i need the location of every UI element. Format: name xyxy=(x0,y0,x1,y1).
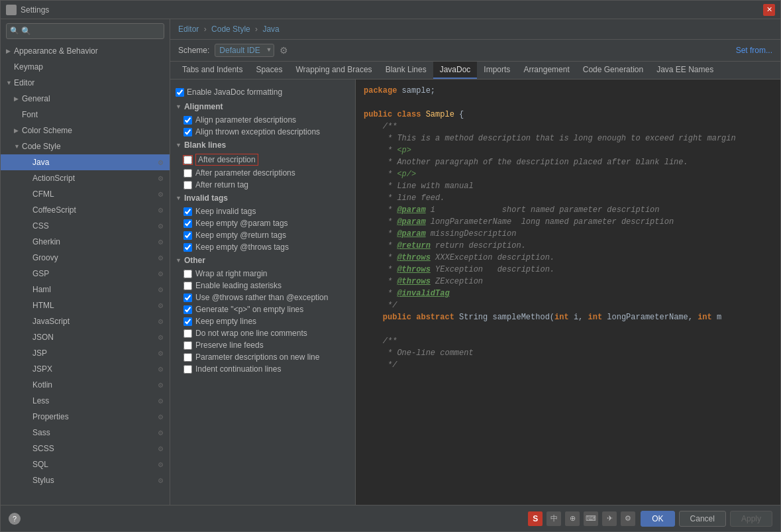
keep-invalid-checkbox[interactable] xyxy=(183,207,192,216)
sidebar-item-cfml[interactable]: CFML ⚙ xyxy=(1,186,170,202)
search-input[interactable] xyxy=(6,23,164,39)
icon-btn-1[interactable]: S xyxy=(528,511,543,526)
after-desc-row[interactable]: After description xyxy=(170,152,355,167)
blank-lines-section-header[interactable]: ▼ Blank lines xyxy=(170,138,355,152)
after-return-checkbox[interactable] xyxy=(183,181,192,189)
invalid-tags-section-header[interactable]: ▼ Invalid tags xyxy=(170,191,355,205)
scheme-gear-icon[interactable]: ⚙ xyxy=(280,45,288,56)
icon-btn-3[interactable]: ⊕ xyxy=(565,511,580,526)
sidebar-item-appearance[interactable]: ▶ Appearance & Behavior xyxy=(1,43,170,59)
gear-icon: ⚙ xyxy=(158,302,167,309)
sidebar-item-java[interactable]: Java ⚙ xyxy=(1,154,170,170)
sidebar-item-less[interactable]: Less ⚙ xyxy=(1,393,170,409)
sidebar-item-stylus[interactable]: Stylus ⚙ xyxy=(1,472,170,488)
param-new-line-checkbox[interactable] xyxy=(183,353,192,362)
leading-asterisks-checkbox[interactable] xyxy=(183,282,192,290)
tab-imports[interactable]: Imports xyxy=(477,62,517,79)
keep-empty-return-row[interactable]: Keep empty @return tags xyxy=(170,229,355,241)
scheme-bar: Scheme: Default IDE ▼ ⚙ Set from... xyxy=(170,40,780,62)
keep-empty-throws-checkbox[interactable] xyxy=(183,243,192,252)
after-return-row[interactable]: After return tag xyxy=(170,179,355,191)
indent-cont-row[interactable]: Indent continuation lines xyxy=(170,363,355,375)
keep-empty-param-row[interactable]: Keep empty @param tags xyxy=(170,217,355,229)
preserve-feeds-row[interactable]: Preserve line feeds xyxy=(170,339,355,351)
tab-java-ee[interactable]: Java EE Names xyxy=(650,62,720,79)
tab-spaces[interactable]: Spaces xyxy=(249,62,289,79)
leading-asterisks-row[interactable]: Enable leading asterisks xyxy=(170,280,355,292)
scheme-select[interactable]: Default IDE xyxy=(215,44,274,57)
sidebar-item-code-style[interactable]: ▼ Code Style xyxy=(1,138,170,154)
icon-btn-4[interactable]: ⌨ xyxy=(584,511,598,526)
keep-empty-param-checkbox[interactable] xyxy=(183,219,192,228)
close-button[interactable]: ✕ xyxy=(763,4,775,16)
no-wrap-one-row[interactable]: Do not wrap one line comments xyxy=(170,327,355,339)
alignment-section-header[interactable]: ▼ Alignment xyxy=(170,99,355,114)
sidebar-item-groovy[interactable]: Groovy ⚙ xyxy=(1,250,170,266)
keep-empty-return-checkbox[interactable] xyxy=(183,231,192,240)
sidebar-item-scss[interactable]: SCSS ⚙ xyxy=(1,441,170,456)
sidebar-item-html[interactable]: HTML ⚙ xyxy=(1,297,170,313)
wrap-right-checkbox[interactable] xyxy=(183,270,192,278)
collapse-arrow: ▼ xyxy=(176,103,182,110)
tab-arrangement[interactable]: Arrangement xyxy=(517,62,576,79)
tab-javadoc[interactable]: JavaDoc xyxy=(433,62,478,79)
param-new-line-row[interactable]: Parameter descriptions on new line xyxy=(170,351,355,363)
no-wrap-one-checkbox[interactable] xyxy=(183,329,192,338)
other-section-header[interactable]: ▼ Other xyxy=(170,253,355,268)
after-param-row[interactable]: After parameter descriptions xyxy=(170,167,355,179)
tab-wrapping[interactable]: Wrapping and Braces xyxy=(289,62,378,79)
after-desc-checkbox[interactable] xyxy=(183,156,192,164)
sidebar-item-gsp[interactable]: GSP ⚙ xyxy=(1,266,170,282)
sidebar-item-general[interactable]: ▶ General xyxy=(1,91,170,107)
sidebar-item-sql[interactable]: SQL ⚙ xyxy=(1,456,170,472)
sidebar-item-haml[interactable]: Haml ⚙ xyxy=(1,282,170,297)
indent-cont-checkbox[interactable] xyxy=(183,365,192,374)
section-label: Blank lines xyxy=(184,140,226,150)
gear-icon: ⚙ xyxy=(158,445,167,452)
tab-code-generation[interactable]: Code Generation xyxy=(576,62,650,79)
sidebar-item-coffeescript[interactable]: CoffeeScript ⚙ xyxy=(1,202,170,218)
sidebar-item-actionscript[interactable]: ActionScript ⚙ xyxy=(1,170,170,186)
keep-invalid-row[interactable]: Keep invalid tags xyxy=(170,205,355,217)
align-param-row[interactable]: Align parameter descriptions xyxy=(170,114,355,126)
preserve-feeds-checkbox[interactable] xyxy=(183,341,192,350)
cancel-button[interactable]: Cancel xyxy=(679,511,726,527)
apply-button[interactable]: Apply xyxy=(730,511,772,527)
use-throws-row[interactable]: Use @throws rather than @exception xyxy=(170,292,355,303)
sidebar-item-javascript[interactable]: JavaScript ⚙ xyxy=(1,313,170,329)
icon-btn-6[interactable]: ⚙ xyxy=(621,511,635,526)
align-param-checkbox[interactable] xyxy=(183,116,192,125)
sidebar-item-font[interactable]: Font xyxy=(1,107,170,123)
tab-blank-lines[interactable]: Blank Lines xyxy=(379,62,433,79)
ok-button[interactable]: OK xyxy=(641,511,674,527)
tab-tabs-indents[interactable]: Tabs and Indents xyxy=(176,62,249,79)
generate-p-checkbox[interactable] xyxy=(183,305,192,314)
icon-btn-5[interactable]: ✈ xyxy=(602,511,617,526)
keep-empty-lines-checkbox[interactable] xyxy=(183,317,192,326)
help-button[interactable]: ? xyxy=(9,513,21,525)
sidebar-item-jsp[interactable]: JSP ⚙ xyxy=(1,345,170,361)
sidebar-item-sass[interactable]: Sass ⚙ xyxy=(1,425,170,441)
align-throws-row[interactable]: Align thrown exception descriptions xyxy=(170,126,355,138)
enable-javadoc-checkbox[interactable] xyxy=(176,88,184,97)
sidebar-item-keymap[interactable]: Keymap xyxy=(1,59,170,75)
enable-javadoc-row[interactable]: Enable JavaDoc formatting xyxy=(170,85,355,99)
sidebar-item-jspx[interactable]: JSPX ⚙ xyxy=(1,361,170,377)
sidebar-item-gherkin[interactable]: Gherkin ⚙ xyxy=(1,234,170,250)
use-throws-checkbox[interactable] xyxy=(183,293,192,302)
sidebar-item-properties[interactable]: Properties ⚙ xyxy=(1,409,170,425)
set-from-link[interactable]: Set from... xyxy=(736,46,772,55)
sidebar: 🔍 ▶ Appearance & Behavior Keymap ▼ xyxy=(1,19,170,505)
keep-empty-throws-row[interactable]: Keep empty @throws tags xyxy=(170,241,355,253)
after-param-checkbox[interactable] xyxy=(183,169,192,178)
sidebar-item-editor[interactable]: ▼ Editor xyxy=(1,75,170,91)
keep-empty-lines-row[interactable]: Keep empty lines xyxy=(170,315,355,327)
generate-p-row[interactable]: Generate "<p>" on empty lines xyxy=(170,303,355,315)
sidebar-item-kotlin[interactable]: Kotlin ⚙ xyxy=(1,377,170,393)
sidebar-item-color-scheme[interactable]: ▶ Color Scheme xyxy=(1,123,170,138)
icon-btn-2[interactable]: 中 xyxy=(547,511,561,526)
sidebar-item-json[interactable]: JSON ⚙ xyxy=(1,329,170,345)
align-throws-checkbox[interactable] xyxy=(183,128,192,136)
wrap-right-row[interactable]: Wrap at right margin xyxy=(170,268,355,280)
sidebar-item-css[interactable]: CSS ⚙ xyxy=(1,218,170,234)
